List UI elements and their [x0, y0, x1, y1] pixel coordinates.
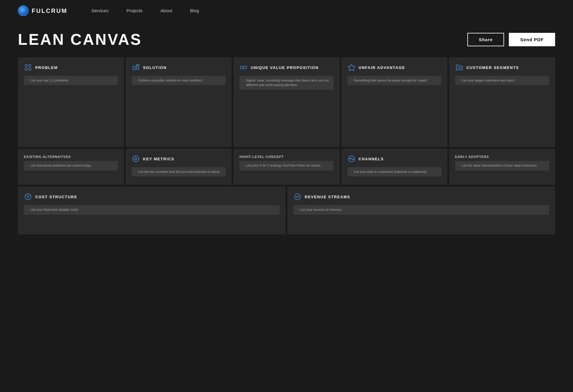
solution-header: SOLUTION — [132, 63, 226, 72]
customer-segments-note: List your target customers and users — [455, 76, 549, 85]
unfair-advantage-header: UNFAIR ADVANTAGE — [347, 63, 441, 72]
logo-icon — [18, 5, 29, 16]
uvp-note: Signle, clear, cometting message that st… — [239, 76, 333, 90]
existing-alternatives-note: List how these problems are solved today… — [24, 161, 118, 170]
unfair-advantage-cell: UNFAIR ADVANTAGE Something that cannot b… — [341, 57, 447, 147]
channels-cell: CHANNELS List your path to customers (In… — [341, 149, 447, 185]
channels-note: List your path to customers (Inbound or … — [347, 167, 441, 176]
revenue-streams-icon — [293, 193, 302, 201]
svg-point-22 — [296, 197, 297, 198]
nav-item-services[interactable]: Services — [91, 8, 109, 13]
revenue-streams-header: REVENUE STREAMS — [293, 193, 549, 201]
svg-point-3 — [29, 68, 31, 70]
problem-cell: PROBLEM List your top 1-3 problems — [18, 57, 124, 147]
problem-note: List your top 1-3 problems — [24, 76, 118, 85]
cost-structure-header: COST STRUCTURE — [24, 193, 280, 201]
nav-item-projects[interactable]: Projects — [126, 8, 142, 13]
channels-header: CHANNELS — [347, 155, 441, 163]
nav-item-blog[interactable]: Blog — [190, 8, 199, 13]
key-metrics-icon — [132, 155, 140, 163]
hight-level-concept-note: List your X for Y analogy YouTube=Flickr… — [239, 161, 333, 170]
revenue-streams-note: List your sources of revenue. — [293, 205, 549, 214]
svg-rect-4 — [133, 66, 135, 70]
cost-structure-title: COST STRUCTURE — [35, 195, 77, 199]
problem-header: PROBLEM — [24, 63, 118, 72]
early-adopters-note: List the ideal characteristics of your i… — [455, 161, 549, 170]
customer-segments-cell: CUSTOMER SEGMENTS List your target custo… — [449, 57, 555, 147]
unfair-advantage-icon — [347, 63, 356, 72]
uvp-header: UNIQUE VALUE PROPOSITION — [239, 63, 333, 72]
svg-point-1 — [29, 64, 31, 67]
customer-segments-title: CUSTOMER SEGMENTS — [466, 65, 519, 70]
page-title: LEAN CANVAS — [18, 30, 142, 48]
logo[interactable]: FULCRUM — [18, 5, 67, 16]
key-metrics-title: KEY METRICS — [143, 157, 174, 161]
key-metrics-header: KEY METRICS — [132, 155, 226, 163]
svg-line-15 — [241, 67, 241, 67]
problem-icon — [24, 63, 32, 72]
hight-level-concept-title: HIGHT-LEVEL CONCEPT — [239, 155, 333, 159]
page-header: LEAN CANVAS Share Send PDF — [0, 21, 573, 54]
uvp-title: UNIQUE VALUE PROPOSITION — [251, 65, 318, 70]
uvp-icon — [239, 63, 248, 72]
unfair-advantage-title: UNFAIR ADVANTAGE — [359, 65, 405, 70]
early-adopters-cell: EARLY ADOPTERS List the ideal characteri… — [449, 149, 555, 185]
unfair-advantage-note: Something that cannot be easily brought … — [347, 76, 441, 85]
solution-cell: SOLUTION Outline a possible solution for… — [126, 57, 232, 147]
channels-icon — [347, 155, 356, 163]
uvp-cell: UNIQUE VALUE PROPOSITION Signle, clear, … — [233, 57, 339, 147]
revenue-streams-cell: REVENUE STREAMS List your sources of rev… — [287, 187, 555, 234]
svg-point-2 — [25, 68, 27, 70]
canvas-container: PROBLEM List your top 1-3 problems EXIST… — [0, 54, 573, 246]
cost-structure-note: List your fixed and variable costs — [24, 205, 280, 214]
logo-text: FULCRUM — [32, 7, 67, 14]
svg-point-0 — [25, 64, 27, 67]
send-pdf-button[interactable]: Send PDF — [509, 33, 555, 46]
channels-title: CHANNELS — [359, 157, 384, 161]
svg-point-14 — [244, 66, 247, 69]
early-adopters-title: EARLY ADOPTERS — [455, 155, 549, 159]
cost-structure-icon — [24, 193, 32, 201]
nav-item-about[interactable]: About — [161, 8, 172, 13]
problem-title: PROBLEM — [35, 65, 58, 70]
bottom-section: COST STRUCTURE List your fixed and varia… — [18, 187, 555, 234]
svg-point-8 — [135, 158, 137, 160]
key-metrics-cell: KEY METRICS List the key numbers that te… — [126, 149, 232, 185]
svg-point-23 — [298, 196, 299, 197]
navbar: FULCRUM Services Projects About Blog — [0, 0, 573, 21]
customer-segments-header: CUSTOMER SEGMENTS — [455, 63, 549, 72]
existing-alternatives-title: EXISTING ALTERNATIVES — [24, 155, 118, 159]
key-metrics-note: List the key numbers that tell you how b… — [132, 167, 226, 176]
revenue-streams-title: REVENUE STREAMS — [305, 195, 350, 199]
solution-icon — [132, 63, 140, 72]
solution-title: SOLUTION — [143, 65, 167, 70]
customer-segments-icon — [455, 63, 463, 72]
solution-note: Outline a possible solution for each pro… — [132, 76, 226, 85]
header-buttons: Share Send PDF — [467, 33, 555, 46]
nav-links: Services Projects About Blog — [91, 8, 199, 13]
cost-structure-cell: COST STRUCTURE List your fixed and varia… — [18, 187, 286, 234]
existing-alternatives-cell: EXISTING ALTERNATIVES List how these pro… — [18, 149, 124, 185]
share-button[interactable]: Share — [467, 33, 504, 46]
hight-level-concept-cell: HIGHT-LEVEL CONCEPT List your X for Y an… — [233, 149, 339, 185]
